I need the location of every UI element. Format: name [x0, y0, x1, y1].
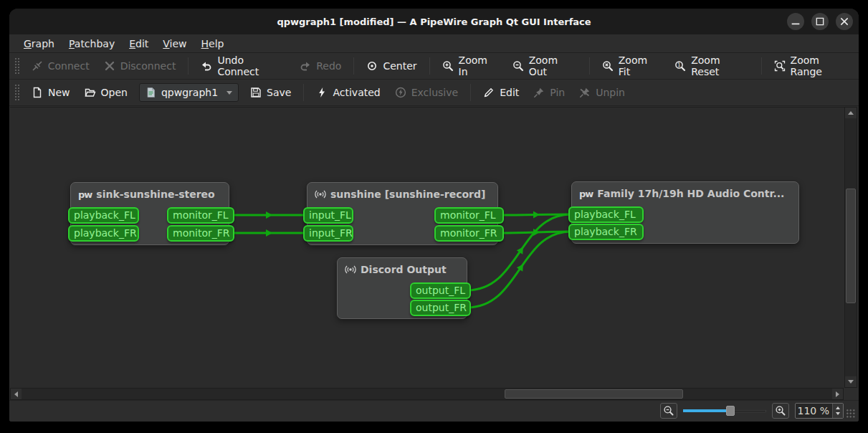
port-playback-fr[interactable]: playback_FR [68, 225, 139, 242]
graph-canvas[interactable]: pwsink-sunshine-stereo playback_FL playb… [10, 107, 844, 388]
horizontal-scrollbar[interactable] [10, 388, 844, 400]
wire-arrow [533, 211, 540, 219]
wire-arrow [266, 229, 272, 237]
slider-handle[interactable] [726, 406, 735, 416]
exclusive-toggle[interactable]: Exclusive [388, 82, 465, 103]
pipewire-icon: pw [78, 189, 92, 200]
pipewire-icon: pw [579, 189, 593, 199]
toolbar-separator [470, 84, 471, 101]
toolbar-separator [353, 57, 354, 75]
lightning-icon [316, 87, 328, 98]
new-patchbay-button[interactable]: New [24, 82, 77, 103]
zoom-value: 110 % [796, 405, 832, 417]
port-monitor-fr[interactable]: monitor_FR [167, 225, 234, 242]
connection-wires [10, 108, 844, 389]
port-input-fl[interactable]: input_FL [303, 207, 353, 224]
zoom-fit-icon [602, 60, 614, 72]
port-playback-fl[interactable]: playback_FL [68, 207, 139, 224]
patchbay-file-icon [146, 87, 157, 98]
arrow-right-icon [836, 391, 839, 397]
pin-icon [533, 87, 545, 98]
window-controls [787, 13, 853, 30]
svg-text:1: 1 [677, 62, 681, 68]
port-monitor-fr[interactable]: monitor_FR [434, 225, 504, 242]
zoom-in-button[interactable]: Zoom In [435, 56, 505, 76]
status-bar: 110 % [9, 400, 859, 422]
zoom-slider[interactable] [683, 403, 766, 419]
port-output-fr[interactable]: output_FR [410, 300, 471, 316]
vertical-scroll-thumb[interactable] [846, 189, 856, 303]
toolbar-grip[interactable] [14, 57, 20, 75]
connect-icon [32, 60, 43, 72]
zoom-reset-button[interactable]: 1 Zoom Reset [667, 56, 755, 76]
maximize-button[interactable] [811, 13, 829, 30]
zoom-range-icon [774, 60, 786, 72]
statusbar-zoom-out-button[interactable] [660, 403, 677, 419]
zoom-spinbox[interactable]: 110 % [795, 403, 844, 419]
desktop: qpwgraph1 [modified] — A PipeWire Graph … [0, 0, 868, 433]
port-input-fr[interactable]: input_FR [303, 225, 353, 242]
horizontal-scroll-thumb[interactable] [505, 389, 683, 399]
spin-buttons[interactable] [832, 404, 843, 418]
scroll-down-button[interactable] [845, 376, 857, 387]
zoom-range-button[interactable]: Zoom Range [767, 56, 859, 76]
center-button[interactable]: Center [359, 56, 424, 76]
zoom-out-button[interactable]: Zoom Out [505, 56, 584, 76]
menu-view[interactable]: View [156, 36, 194, 52]
arrow-left-icon [14, 391, 18, 397]
minimize-icon [790, 16, 801, 27]
vertical-scrollbar[interactable] [844, 107, 857, 388]
open-patchbay-button[interactable]: Open [77, 82, 135, 103]
close-button[interactable] [836, 13, 853, 30]
slider-fill [683, 409, 728, 412]
menu-graph[interactable]: Graph [16, 36, 62, 52]
port-playback-fr[interactable]: playback_FR [568, 224, 644, 240]
port-output-fl[interactable]: output_FL [410, 282, 471, 299]
node-title: sunshine [sunshine-record] [330, 189, 485, 200]
toolbar-separator [761, 57, 762, 75]
port-monitor-fl[interactable]: monitor_FL [434, 207, 504, 224]
patchbay-toolbar: New Open qpwgraph1 Save Activated Exclus… [9, 80, 859, 106]
node-title: sink-sunshine-stereo [96, 189, 214, 200]
statusbar-zoom-in-button[interactable] [772, 403, 789, 419]
toolbar-grip[interactable] [14, 84, 20, 101]
spin-down-icon [836, 412, 840, 415]
stream-icon [315, 189, 326, 200]
menu-help[interactable]: Help [194, 36, 232, 52]
scroll-up-button[interactable] [845, 108, 857, 118]
scroll-right-button[interactable] [832, 389, 843, 399]
zoom-out-icon [663, 405, 674, 417]
pencil-icon [483, 87, 495, 98]
maximize-icon [814, 16, 826, 27]
resize-grip[interactable] [846, 409, 856, 419]
activated-toggle[interactable]: Activated [309, 82, 387, 103]
port-playback-fl[interactable]: playback_FL [568, 206, 644, 223]
zoom-fit-button[interactable]: Zoom Fit [595, 56, 667, 76]
save-patchbay-button[interactable]: Save [243, 82, 298, 103]
edit-patchbay-button[interactable]: Edit [476, 82, 526, 103]
scroll-left-button[interactable] [11, 389, 22, 399]
menu-edit[interactable]: Edit [122, 36, 156, 52]
toolbar-separator [429, 57, 430, 75]
toolbar-separator [589, 57, 590, 75]
close-icon [839, 16, 850, 27]
undo-connect-button[interactable]: Undo Connect [194, 56, 292, 76]
connect-button[interactable]: Connect [24, 56, 97, 76]
port-monitor-fl[interactable]: monitor_FL [167, 207, 234, 224]
title-bar[interactable]: qpwgraph1 [modified] — A PipeWire Graph … [9, 9, 859, 34]
disconnect-button[interactable]: Disconnect [97, 56, 183, 76]
arrow-up-icon [848, 111, 854, 115]
undo-icon [201, 60, 212, 72]
stream-icon [345, 264, 356, 275]
pin-button[interactable]: Pin [526, 82, 572, 103]
redo-button[interactable]: Redo [292, 56, 348, 76]
patchbay-selector[interactable]: qpwgraph1 [139, 83, 239, 102]
zoom-reset-icon: 1 [674, 60, 686, 72]
unpin-button[interactable]: Unpin [572, 82, 632, 103]
menu-patchbay[interactable]: Patchbay [62, 36, 122, 52]
toolbar-separator [188, 57, 189, 75]
lightning-circle-icon [395, 87, 406, 98]
minimize-button[interactable] [787, 13, 804, 30]
redo-icon [300, 60, 311, 72]
node-title: Discord Output [361, 264, 447, 275]
